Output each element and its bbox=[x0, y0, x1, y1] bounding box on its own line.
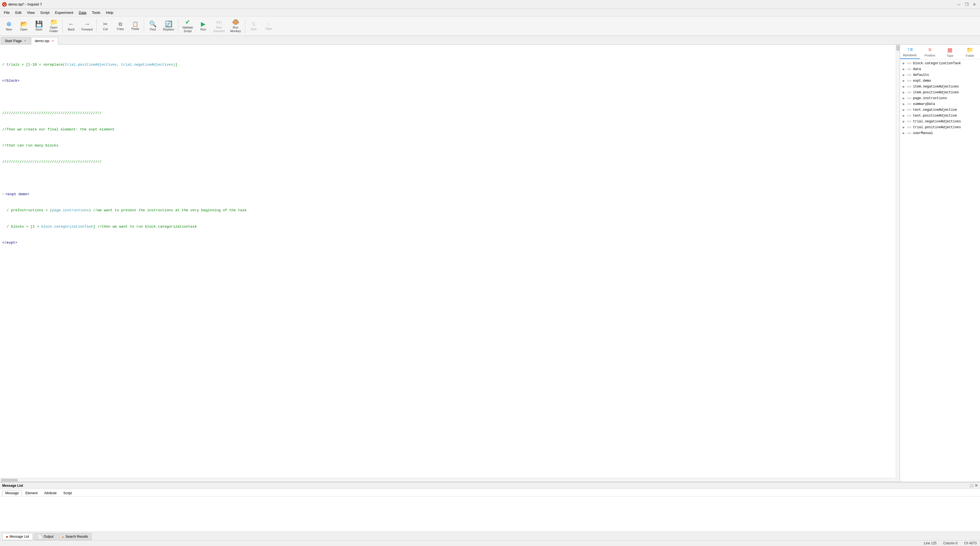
menu-data[interactable]: Data bbox=[76, 10, 89, 16]
code-editor[interactable]: / trials = [1-10 = noreplace(trial.posit… bbox=[0, 44, 896, 478]
tree-item-label: userManual bbox=[913, 131, 978, 135]
tree-item[interactable]: ▶ <> item.positiveAdjectives bbox=[900, 89, 980, 95]
message-list-header: Message List ⬜ ✕ bbox=[0, 483, 980, 489]
sort-button[interactable]: ⇅ Sort bbox=[247, 20, 261, 32]
alphabetic-label: Alphabetic bbox=[903, 54, 917, 57]
h-scrollbar-thumb[interactable] bbox=[1, 479, 18, 481]
open-folder-button[interactable]: 📁 Open Folder bbox=[46, 18, 61, 34]
validate-script-button[interactable]: ✔ Validate Script bbox=[180, 18, 196, 34]
msg-tab-script[interactable]: Script bbox=[60, 490, 75, 496]
toolbar-sep-2 bbox=[96, 19, 97, 33]
tree-item-label: trial.positiveAdjectives bbox=[913, 125, 978, 129]
code-bracket-icon: <> bbox=[907, 84, 911, 89]
message-list-icon: ● bbox=[6, 534, 8, 539]
find-label: Find bbox=[150, 28, 156, 31]
tab-start-page[interactable]: Start Page ✕ bbox=[1, 37, 30, 44]
menu-edit[interactable]: Edit bbox=[13, 10, 24, 16]
replace-icon: 🔄 bbox=[165, 21, 172, 27]
toolbar-sep-5 bbox=[245, 19, 245, 33]
bottom-tab-message-list[interactable]: ● Message List bbox=[2, 533, 33, 540]
replace-button[interactable]: 🔄 Replace bbox=[161, 20, 177, 33]
right-tab-folder[interactable]: 📁 Folder bbox=[960, 44, 980, 59]
back-button[interactable]: ← Back bbox=[64, 20, 78, 33]
paste-button[interactable]: 📋 Paste bbox=[128, 20, 142, 32]
tree-item[interactable]: ▶ <> defaults bbox=[900, 72, 980, 78]
tree-item-label: item.positiveAdjectives bbox=[913, 90, 978, 94]
tree-item-label: data bbox=[913, 67, 978, 71]
sort-icon: ⇅ bbox=[251, 21, 256, 27]
code-bracket-icon: <> bbox=[907, 131, 911, 135]
run-button[interactable]: ▶ Run bbox=[196, 20, 211, 33]
forward-icon: → bbox=[84, 21, 90, 27]
tab-demo-iqs[interactable]: demo.iqs ✕ bbox=[31, 37, 58, 44]
back-label: Back bbox=[68, 28, 75, 31]
tree-item[interactable]: ▶ <> text.negativeAdjective bbox=[900, 107, 980, 113]
maximize-panel-icon[interactable]: ⬜ bbox=[969, 483, 974, 487]
bottom-tab-search-results[interactable]: ⬥ Search Results bbox=[58, 533, 91, 540]
menu-view[interactable]: View bbox=[24, 10, 37, 16]
tree-item[interactable]: ▶ <> expt.demo bbox=[900, 78, 980, 84]
scrollbar-thumb[interactable] bbox=[896, 45, 900, 51]
tree-item[interactable]: ▶ <> page.instructions bbox=[900, 95, 980, 101]
close-panel-icon[interactable]: ✕ bbox=[975, 483, 978, 487]
close-button[interactable]: ✕ bbox=[971, 1, 978, 8]
tree-item[interactable]: ▶ <> data bbox=[900, 66, 980, 72]
tree-item[interactable]: ▶ <> text.positiveAdjective bbox=[900, 113, 980, 119]
tree-item-label: page.instructions bbox=[913, 96, 978, 100]
validate-label: Validate Script bbox=[182, 26, 193, 33]
menu-help[interactable]: Help bbox=[103, 10, 116, 16]
minimize-button[interactable]: ─ bbox=[956, 1, 962, 8]
right-tab-alphabetic[interactable]: ↑≡ Alphabetic bbox=[900, 44, 920, 59]
tree-item[interactable]: ▶ <> trial.negativeAdjectives bbox=[900, 119, 980, 124]
save-button[interactable]: 💾 Save bbox=[32, 20, 46, 33]
msg-tab-message[interactable]: Message bbox=[2, 490, 22, 496]
find-button[interactable]: 🔍 Find bbox=[145, 20, 160, 33]
horizontal-scrollbar[interactable] bbox=[0, 478, 900, 482]
menu-file[interactable]: File bbox=[1, 10, 13, 16]
collapse-icon[interactable]: − bbox=[2, 192, 5, 197]
sort-label: Sort bbox=[251, 27, 256, 31]
tab-start-page-close[interactable]: ✕ bbox=[23, 39, 27, 43]
tree-item[interactable]: ▶ <> block.categorizationTask bbox=[900, 60, 980, 66]
tree-panel: ▶ <> block.categorizationTask ▶ <> data … bbox=[900, 59, 980, 482]
forward-button[interactable]: → Forward bbox=[79, 20, 95, 33]
code-line: //Then we create our final element: the … bbox=[2, 127, 894, 132]
msg-tab-attribute[interactable]: Attribute bbox=[41, 490, 60, 496]
open-button[interactable]: 📂 Open bbox=[17, 20, 31, 33]
tab-demo-iqs-close[interactable]: ✕ bbox=[51, 39, 54, 43]
tree-item[interactable]: ▶ <> summaryData bbox=[900, 101, 980, 107]
right-tab-position[interactable]: ≡ Position bbox=[920, 44, 940, 59]
menu-tools[interactable]: Tools bbox=[89, 10, 103, 16]
code-bracket-icon: <> bbox=[907, 125, 911, 129]
code-bracket-icon: <> bbox=[907, 73, 911, 77]
restore-button[interactable]: ❒ bbox=[963, 1, 970, 8]
toolbar-sep-3 bbox=[144, 19, 144, 33]
run-element-button[interactable]: ⏭ Run Element bbox=[211, 18, 227, 34]
run-element-label: Run Element bbox=[214, 26, 225, 33]
bottom-tab-output-label: Output bbox=[43, 535, 54, 538]
status-column: Column 0 bbox=[943, 541, 957, 545]
copy-button[interactable]: ⧉ Copy bbox=[113, 20, 127, 32]
vertical-scrollbar[interactable] bbox=[896, 44, 900, 478]
expand-icon: ▶ bbox=[902, 91, 905, 94]
msg-tab-element[interactable]: Element bbox=[22, 490, 41, 496]
menu-script[interactable]: Script bbox=[37, 10, 52, 16]
position-icon: ≡ bbox=[929, 46, 932, 53]
right-tab-type[interactable]: ▦ Type bbox=[940, 44, 960, 59]
code-bracket-icon: <> bbox=[907, 61, 911, 65]
editor-wrapper: / trials = [1-10 = noreplace(trial.posit… bbox=[0, 44, 900, 478]
run-label: Run bbox=[200, 28, 206, 31]
code-line: / preInstructions = (page.instructions) … bbox=[2, 208, 894, 213]
filter-button[interactable]: ⌽ Filter bbox=[262, 20, 276, 32]
menu-experiment[interactable]: Experiment bbox=[52, 10, 76, 16]
search-results-icon: ⬥ bbox=[62, 534, 64, 539]
run-monkey-button[interactable]: 🐵 Run Monkey bbox=[228, 18, 243, 34]
expand-icon: ▶ bbox=[902, 68, 905, 71]
tree-item[interactable]: ▶ <> userManual bbox=[900, 130, 980, 136]
cut-button[interactable]: ✂ Cut bbox=[98, 20, 113, 32]
bottom-tab-output[interactable]: 📄 Output bbox=[34, 533, 57, 540]
tree-item[interactable]: ▶ <> trial.positiveAdjectives bbox=[900, 124, 980, 130]
code-bracket-icon: <> bbox=[907, 67, 911, 71]
tree-item[interactable]: ▶ <> item.negativeAdjectives bbox=[900, 84, 980, 89]
new-button[interactable]: ⊕ New bbox=[2, 20, 16, 33]
